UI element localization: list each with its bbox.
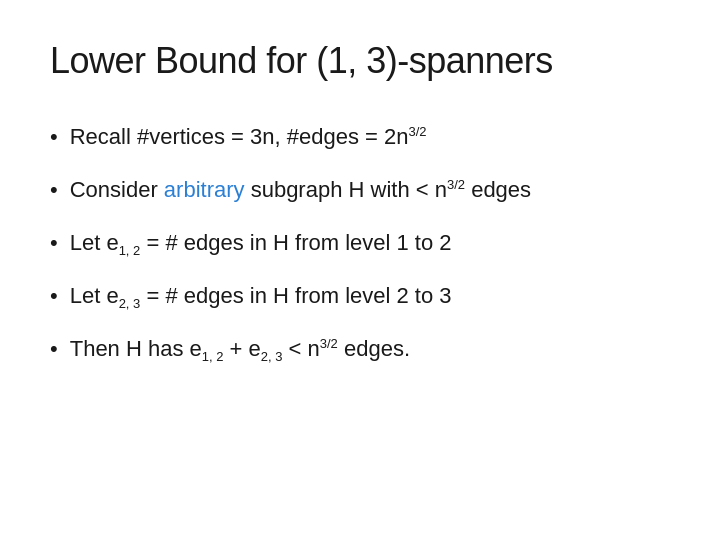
list-item: • Let e2, 3 = # edges in H from level 2 … xyxy=(50,269,670,322)
highlight-arbitrary: arbitrary xyxy=(164,177,245,202)
bullet-symbol: • xyxy=(50,120,58,153)
bullet-symbol: • xyxy=(50,226,58,259)
bullet-list: • Recall #vertices = 3n, #edges = 2n3/2 … xyxy=(50,110,670,375)
bullet-symbol: • xyxy=(50,279,58,312)
list-item: • Consider arbitrary subgraph H with < n… xyxy=(50,163,670,216)
bullet-1-text: Recall #vertices = 3n, #edges = 2n3/2 xyxy=(70,120,670,153)
bullet-3-text: Let e1, 2 = # edges in H from level 1 to… xyxy=(70,226,670,259)
list-item: • Then H has e1, 2 + e2, 3 < n3/2 edges. xyxy=(50,322,670,375)
bullet-4-text: Let e2, 3 = # edges in H from level 2 to… xyxy=(70,279,670,312)
bullet-symbol: • xyxy=(50,173,58,206)
slide: Lower Bound for (1, 3)-spanners • Recall… xyxy=(0,0,720,540)
list-item: • Recall #vertices = 3n, #edges = 2n3/2 xyxy=(50,110,670,163)
list-item: • Let e1, 2 = # edges in H from level 1 … xyxy=(50,216,670,269)
bullet-symbol: • xyxy=(50,332,58,365)
bullet-5-text: Then H has e1, 2 + e2, 3 < n3/2 edges. xyxy=(70,332,670,365)
bullet-2-text: Consider arbitrary subgraph H with < n3/… xyxy=(70,173,670,206)
slide-title: Lower Bound for (1, 3)-spanners xyxy=(50,40,670,82)
